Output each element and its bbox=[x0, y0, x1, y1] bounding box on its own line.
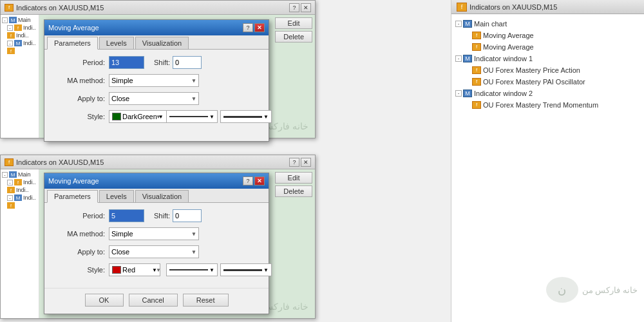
style-row-2: Style: Red ▼ ▼ ▼ bbox=[53, 263, 260, 276]
btree-ind-1[interactable]: - f Indi.. bbox=[2, 178, 37, 186]
dialog2-controls: ? ✕ bbox=[243, 176, 265, 185]
width-arrow-1: ▼ bbox=[263, 114, 269, 120]
expand-ind1[interactable]: - bbox=[455, 55, 462, 62]
dialog2-close-btn[interactable]: ✕ bbox=[254, 176, 265, 185]
top-window-close-btn[interactable]: ✕ bbox=[301, 3, 311, 12]
dialog-moving-average-1: Moving Average ? ✕ Parameters Levels Vis… bbox=[44, 19, 269, 142]
edit-btn-bottom[interactable]: Edit bbox=[275, 172, 312, 184]
line-style-btn-1[interactable]: ▼ bbox=[166, 110, 218, 123]
reset-btn[interactable]: Reset bbox=[183, 294, 229, 307]
tree-label-tm: OU Forex Mastery Trend Momentum bbox=[483, 100, 598, 110]
line-width-btn-2[interactable]: ▼ bbox=[220, 263, 272, 276]
tree-ou-paio[interactable]: f OU Forex Mastery PAI Oscillator bbox=[454, 76, 641, 88]
cancel-btn[interactable]: Cancel bbox=[129, 294, 178, 307]
line-width-btn-1[interactable]: ▼ bbox=[220, 110, 272, 123]
ma-method-select-wrapper-2: Simple Exponential Smoothed Linear Weigh… bbox=[109, 227, 199, 240]
apply-to-row-2: Apply to: Close Open High Low ▼ bbox=[53, 245, 260, 258]
ma-method-row-2: MA method: Simple Exponential Smoothed L… bbox=[53, 227, 260, 240]
tree-label-ind1: Indicator window 1 bbox=[474, 53, 533, 64]
dialog1-form: Period: Shift: MA method: Simple Exponen… bbox=[44, 50, 269, 135]
dialog2-form: Period: Shift: MA method: Simple Exponen… bbox=[44, 203, 269, 288]
edit-btn-top[interactable]: Edit bbox=[275, 17, 312, 29]
tree-group-main[interactable]: - M Main chart bbox=[454, 18, 641, 30]
tree-ma-1[interactable]: f Moving Average bbox=[454, 30, 641, 41]
tree-ou-pa[interactable]: f OU Forex Mastery Price Action bbox=[454, 64, 641, 76]
chart-icon: M bbox=[14, 194, 22, 201]
ok-btn[interactable]: OK bbox=[85, 294, 124, 307]
color-arrow-1: ▼ bbox=[158, 114, 164, 120]
style-label-2: Style: bbox=[53, 266, 105, 274]
period-row-2: Period: Shift: bbox=[53, 209, 260, 222]
delete-btn-top[interactable]: Delete bbox=[275, 31, 312, 43]
chart-icon-ind1: M bbox=[463, 55, 472, 62]
shift-input-2[interactable] bbox=[173, 209, 202, 222]
color-arrow-2: ▼ bbox=[152, 267, 157, 273]
tree-ou-tm[interactable]: f OU Forex Mastery Trend Momentum bbox=[454, 99, 641, 111]
panel-watermark-text: خانه فارکس من bbox=[582, 285, 638, 295]
color-swatch-2 bbox=[112, 266, 121, 274]
tab-levels-2[interactable]: Levels bbox=[99, 190, 134, 202]
btree-main-chart[interactable]: - M Main bbox=[2, 171, 37, 178]
tab-visualization-2[interactable]: Visualization bbox=[135, 190, 189, 202]
apply-to-select-1[interactable]: Close Open High Low bbox=[109, 92, 199, 105]
apply-to-select-2[interactable]: Close Open High Low bbox=[109, 245, 199, 258]
tree-ind-2[interactable]: f Indi.. bbox=[2, 32, 37, 39]
expand-main[interactable]: - bbox=[455, 21, 462, 27]
expand-ind2[interactable]: - bbox=[455, 90, 462, 97]
panel-icon: f bbox=[457, 3, 467, 12]
tree-ind-3[interactable]: - M Indi.. bbox=[2, 39, 37, 47]
dialog1-titlebar: Moving Average ? ✕ bbox=[44, 20, 269, 35]
expand-icon[interactable]: - bbox=[7, 41, 13, 46]
expand-icon[interactable]: - bbox=[2, 172, 8, 178]
color-label-1: DarkGreen bbox=[122, 113, 157, 120]
apply-to-label-1: Apply to: bbox=[53, 95, 105, 102]
dialog1-close-btn[interactable]: ✕ bbox=[254, 23, 265, 32]
tab-parameters-1[interactable]: Parameters bbox=[47, 37, 98, 50]
tree-ma-2[interactable]: f Moving Average bbox=[454, 41, 641, 53]
color-btn-2[interactable]: Red ▼ bbox=[109, 263, 160, 276]
tab-visualization-1[interactable]: Visualization bbox=[135, 37, 189, 49]
period-input-1[interactable] bbox=[109, 56, 144, 69]
tree-ind-4[interactable]: f bbox=[2, 47, 37, 55]
apply-to-select-wrapper-2: Close Open High Low ▼ bbox=[109, 245, 199, 258]
bottom-window-close-btn[interactable]: ✕ bbox=[301, 158, 311, 167]
tab-parameters-2[interactable]: Parameters bbox=[47, 190, 98, 203]
expand-icon[interactable]: - bbox=[7, 25, 13, 31]
tree-label-pa: OU Forex Mastery Price Action bbox=[483, 65, 580, 75]
top-window-help-btn[interactable]: ? bbox=[289, 3, 299, 12]
expand-icon[interactable]: - bbox=[7, 195, 13, 201]
color-btn-1[interactable]: DarkGreen ▼ bbox=[109, 110, 167, 123]
ind-icon: f bbox=[7, 187, 15, 193]
indicators-tree: - M Main chart f Moving Average f Moving… bbox=[451, 14, 644, 115]
bottom-window-controls: ? ✕ bbox=[289, 158, 311, 167]
tree-label-main: Main chart bbox=[474, 19, 507, 29]
btree-ind-3[interactable]: - M Indi.. bbox=[2, 194, 37, 202]
expand-icon[interactable]: - bbox=[7, 180, 13, 185]
period-input-2[interactable] bbox=[109, 209, 144, 222]
ma-method-row-1: MA method: Simple Exponential Smoothed L… bbox=[53, 74, 260, 87]
shift-label-1: Shift: bbox=[154, 59, 170, 66]
ma-method-select-2[interactable]: Simple Exponential Smoothed Linear Weigh… bbox=[109, 227, 199, 240]
btree-ind-2[interactable]: f Indi.. bbox=[2, 186, 37, 194]
top-window-title: f Indicators on XAUUSD,M15 bbox=[5, 4, 104, 12]
top-window-titlebar: f Indicators on XAUUSD,M15 ? ✕ bbox=[1, 1, 315, 15]
ma-method-select-1[interactable]: Simple Exponential Smoothed Linear Weigh… bbox=[109, 74, 199, 87]
dialog2-action-buttons: OK Cancel Reset bbox=[44, 288, 269, 312]
tree-group-ind1[interactable]: - M Indicator window 1 bbox=[454, 53, 641, 64]
dialog1-help-btn[interactable]: ? bbox=[243, 23, 253, 32]
chart-icon-ind2: M bbox=[463, 90, 472, 97]
bottom-window-help-btn[interactable]: ? bbox=[289, 158, 299, 167]
tree-group-ind2[interactable]: - M Indicator window 2 bbox=[454, 88, 641, 99]
shift-input-1[interactable] bbox=[173, 56, 202, 69]
bottom-chart-tree: - M Main - f Indi.. f Indi.. - M Indi.. … bbox=[1, 169, 39, 318]
delete-btn-bottom[interactable]: Delete bbox=[275, 185, 312, 197]
tab-levels-1[interactable]: Levels bbox=[99, 37, 134, 49]
style-label-1: Style: bbox=[53, 113, 105, 120]
expand-icon[interactable]: - bbox=[2, 17, 8, 23]
tree-main-chart[interactable]: - M Main bbox=[2, 16, 37, 24]
btree-ind-4[interactable]: f bbox=[2, 202, 37, 209]
dialog2-help-btn[interactable]: ? bbox=[243, 176, 253, 185]
line-style-btn-2[interactable]: ▼ bbox=[166, 263, 218, 276]
chart-icon-small-2: f bbox=[5, 158, 14, 166]
tree-ind-1[interactable]: - f Indi.. bbox=[2, 24, 37, 32]
